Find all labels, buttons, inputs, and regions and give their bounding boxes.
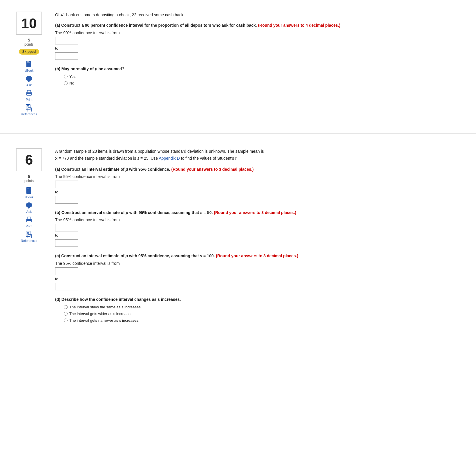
svg-rect-1 xyxy=(27,61,29,62)
q6-partd-label: (d) Describe how the confidence interval… xyxy=(55,296,467,303)
print-button-q10[interactable]: Print xyxy=(25,89,33,101)
svg-rect-14 xyxy=(27,189,30,189)
q6-partb-ci-label: The 95% confidence interval is from xyxy=(55,217,467,222)
svg-rect-18 xyxy=(27,217,31,219)
ask-button-q6[interactable]: Ask xyxy=(25,201,33,213)
q6-parta-input-group: to xyxy=(55,181,467,204)
points-text-6: points xyxy=(24,179,34,183)
points-value-6: 5 xyxy=(28,174,30,179)
q10-part-b: (b) May normality of p be assumed? Yes N… xyxy=(55,66,467,85)
points-text-10: points xyxy=(24,42,34,46)
question-6-block: 6 5 points eBook Ask Print xyxy=(0,142,476,334)
q6-partd-radio-1[interactable] xyxy=(64,305,68,309)
print-label-q6: Print xyxy=(26,224,32,228)
svg-point-3 xyxy=(26,76,32,81)
q6-partb-input-group: to xyxy=(55,224,467,247)
ebook-button-q10[interactable]: eBook xyxy=(24,60,33,72)
references-icon-q6 xyxy=(25,230,33,238)
q10-partb-radio-no[interactable] xyxy=(64,81,68,85)
q10-parta-input2[interactable] xyxy=(55,52,78,60)
q6-parta-ci-label: The 95% confidence interval is from xyxy=(55,174,467,179)
q6-parta-to: to xyxy=(55,190,467,194)
ask-button-q10[interactable]: Ask xyxy=(25,75,33,87)
tools-q10: eBook Ask Print References xyxy=(21,60,37,116)
references-label-q10: References xyxy=(21,112,37,116)
ask-icon-q10 xyxy=(25,75,33,83)
print-icon-q10 xyxy=(25,89,33,97)
q6-parta-text: Construct an interval estimate of μ with… xyxy=(61,167,171,172)
q6-partd-option3-label: The interval gets narrower as s increase… xyxy=(69,318,139,323)
svg-rect-10 xyxy=(27,107,29,107)
q6-partd-radio-2[interactable] xyxy=(64,312,68,316)
question-number-6: 6 xyxy=(16,148,42,171)
q6-partd-text: Describe how the confidence interval cha… xyxy=(61,297,181,302)
q10-part-a: (a) Construct a 90 percent confidence in… xyxy=(55,22,467,60)
q10-parta-ci-label: The 90% confidence interval is from xyxy=(55,30,467,35)
q6-part-a: (a) Construct an interval estimate of μ … xyxy=(55,166,467,204)
q6-parta-round: (Round your answers to 3 decimal places.… xyxy=(171,167,254,172)
q10-partb-options: Yes No xyxy=(64,74,467,85)
q10-parta-to: to xyxy=(55,46,467,51)
references-button-q10[interactable]: References xyxy=(21,104,37,116)
q6-partc-input-group: to xyxy=(55,267,467,290)
q6-desc-line3: to find the values of Student's t. xyxy=(180,156,238,161)
q10-partb-option-no[interactable]: No xyxy=(64,81,467,85)
q6-parta-input1[interactable] xyxy=(55,181,78,188)
q6-partb-label: (b) Construct an interval estimate of μ … xyxy=(55,209,467,216)
q6-partd-letter: (d) xyxy=(55,297,60,302)
svg-rect-21 xyxy=(27,232,29,233)
ebook-icon-q6 xyxy=(25,187,33,195)
q6-partd-option-1[interactable]: The interval stays the same as s increas… xyxy=(64,305,467,309)
ebook-button-q6[interactable]: eBook xyxy=(24,187,33,199)
q6-partd-radio-3[interactable] xyxy=(64,319,68,322)
q10-description: Of 41 bank customers depositing a check,… xyxy=(55,12,467,18)
svg-marker-16 xyxy=(28,207,30,209)
svg-rect-7 xyxy=(27,94,31,95)
svg-rect-22 xyxy=(27,233,29,234)
q10-partb-option-yes[interactable]: Yes xyxy=(64,74,467,79)
q6-partc-to: to xyxy=(55,277,467,281)
content-q10: Of 41 bank customers depositing a check,… xyxy=(49,12,467,116)
q6-xbar: x̄ xyxy=(55,156,57,161)
q6-partc-input2[interactable] xyxy=(55,283,78,290)
q10-partb-text2: be assumed? xyxy=(97,66,124,71)
q6-partb-input2[interactable] xyxy=(55,239,78,247)
content-q6: A random sample of 23 items is drawn fro… xyxy=(49,148,467,328)
svg-rect-19 xyxy=(27,221,31,222)
question-10-block: 10 5 points Skipped eBook Ask Print xyxy=(0,6,476,122)
q6-partc-input1[interactable] xyxy=(55,267,78,275)
q10-partb-no-label: No xyxy=(69,81,74,85)
sidebar-q6: 6 5 points eBook Ask Print xyxy=(9,148,49,328)
q6-desc-line1: A random sample of 23 items is drawn fro… xyxy=(55,149,264,154)
print-button-q6[interactable]: Print xyxy=(25,216,33,228)
svg-rect-13 xyxy=(27,188,29,188)
q10-parta-round: (Round your answers to 4 decimal places.… xyxy=(258,23,340,28)
references-icon-q10 xyxy=(25,104,33,112)
q6-partd-option-3[interactable]: The interval gets narrower as s increase… xyxy=(64,318,467,323)
ask-icon-q6 xyxy=(25,201,33,209)
question-number-10: 10 xyxy=(16,12,42,35)
q6-partb-round: (Round your answers to 3 decimal places.… xyxy=(214,210,296,215)
ebook-icon-q10 xyxy=(25,60,33,68)
q10-partb-text: May normality of xyxy=(61,66,95,71)
q10-parta-text: Construct a 90 percent confidence interv… xyxy=(61,23,258,28)
q10-parta-label: (a) Construct a 90 percent confidence in… xyxy=(55,22,467,28)
q10-partb-label: (b) May normality of p be assumed? xyxy=(55,66,467,72)
svg-rect-6 xyxy=(27,90,31,93)
q6-description: A random sample of 23 items is drawn fro… xyxy=(55,148,467,162)
q10-parta-letter: (a) xyxy=(55,23,60,28)
q10-partb-radio-yes[interactable] xyxy=(64,75,68,78)
references-button-q6[interactable]: References xyxy=(21,230,37,242)
q6-partb-to: to xyxy=(55,233,467,238)
q6-partc-ci-label: The 95% confidence interval is from xyxy=(55,261,467,266)
ask-label-q6: Ask xyxy=(26,210,32,213)
q6-partb-input1[interactable] xyxy=(55,224,78,231)
q6-parta-input2[interactable] xyxy=(55,196,78,204)
q6-appendix-link[interactable]: Appendix D xyxy=(159,156,180,161)
q6-partd-option-2[interactable]: The interval gets wider as s increases. xyxy=(64,312,467,316)
print-label-q10: Print xyxy=(26,98,32,101)
q6-partd-option2-label: The interval gets wider as s increases. xyxy=(69,312,133,316)
svg-rect-9 xyxy=(27,105,29,106)
q6-partd-options: The interval stays the same as s increas… xyxy=(64,305,467,323)
q10-parta-input1[interactable] xyxy=(55,37,78,44)
